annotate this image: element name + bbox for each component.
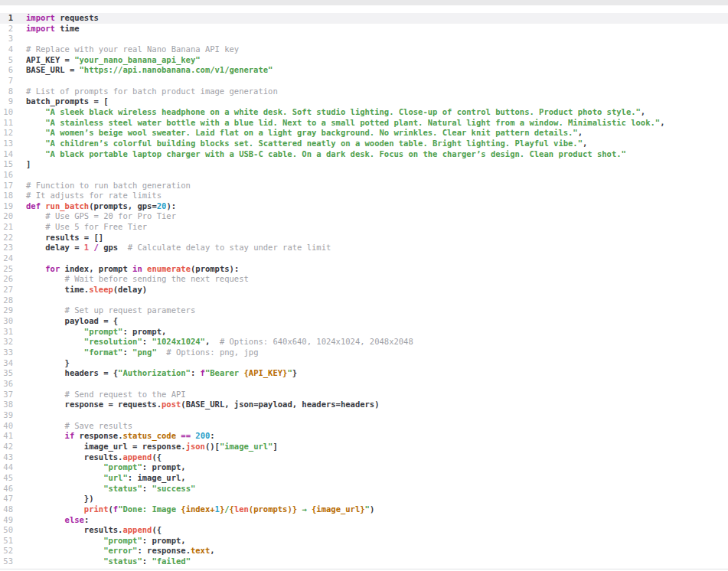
code-line[interactable]: 52 "error": response.text,: [0, 546, 728, 556]
code-line[interactable]: 42 image_url = response.json()["image_ur…: [0, 442, 728, 452]
line-number: 2: [0, 24, 13, 34]
line-number: 3: [0, 34, 13, 44]
code-line[interactable]: 34 }: [0, 358, 728, 369]
code-line[interactable]: 2import time: [0, 24, 728, 34]
line-number: 45: [0, 473, 13, 484]
code-line[interactable]: 8# List of prompts for batch product ima…: [0, 86, 728, 97]
line-number: 12: [0, 128, 13, 139]
code-line[interactable]: 49 else:: [0, 515, 728, 526]
code-text: "status": "success": [13, 484, 195, 494]
line-number: 32: [0, 337, 13, 347]
code-text: # Function to run batch generation: [13, 181, 191, 191]
code-line[interactable]: 50 results.append({: [0, 525, 728, 536]
code-line[interactable]: 12 "A women’s beige wool sweater. Laid f…: [0, 128, 728, 139]
code-line[interactable]: 24: [0, 253, 728, 264]
code-line[interactable]: 40 # Save results: [0, 421, 728, 432]
code-line[interactable]: 29 # Set up request parameters: [0, 305, 728, 316]
code-line[interactable]: 4# Replace with your real Nano Banana AP…: [0, 44, 728, 55]
code-text: }: [13, 358, 70, 369]
code-text: API_KEY = "your_nano_banana_api_key": [13, 55, 201, 66]
line-number: 43: [0, 452, 13, 463]
code-line[interactable]: 5API_KEY = "your_nano_banana_api_key": [0, 55, 728, 66]
code-line[interactable]: 47 }): [0, 494, 728, 504]
code-line[interactable]: 25 for index, prompt in enumerate(prompt…: [0, 264, 728, 275]
code-line[interactable]: 11 "A stainless steel water bottle with …: [0, 118, 728, 129]
code-line[interactable]: 48 print(f"Done: Image {index+1}/{len(pr…: [0, 504, 728, 515]
code-line[interactable]: 36: [0, 379, 728, 390]
code-line[interactable]: 21 # Use 5 for Free Tier: [0, 222, 728, 233]
code-line[interactable]: 13 "A children’s colorful building block…: [0, 139, 728, 149]
code-line[interactable]: 16: [0, 170, 728, 181]
line-number: 51: [0, 536, 13, 547]
line-number: 28: [0, 295, 13, 306]
line-number: 53: [0, 556, 13, 567]
code-line[interactable]: 31 "prompt": prompt,: [0, 327, 728, 338]
line-number: 20: [0, 211, 13, 222]
bottom-divider: [0, 569, 728, 571]
code-text: import time: [13, 24, 80, 34]
code-text: payload = {: [13, 316, 118, 327]
code-line[interactable]: 46 "status": "success": [0, 484, 728, 494]
code-line[interactable]: 10 "A sleek black wireless headphone on …: [0, 107, 728, 118]
code-text: ]: [13, 159, 31, 170]
code-text: # Send request to the API: [13, 390, 186, 400]
code-text: [13, 170, 26, 181]
code-line[interactable]: 53 "status": "failed": [0, 556, 728, 567]
code-line[interactable]: 35 headers = {"Authorization": f"Bearer …: [0, 368, 728, 379]
code-text: if response.status_code == 200:: [13, 431, 215, 442]
line-number: 35: [0, 368, 13, 379]
code-line[interactable]: 20 # Use GPS = 20 for Pro Tier: [0, 211, 728, 222]
code-line[interactable]: 18# It adjusts for rate limits: [0, 191, 728, 201]
code-line[interactable]: 7: [0, 76, 728, 86]
code-line[interactable]: 6BASE_URL = "https://api.nanobanana.com/…: [0, 65, 728, 76]
code-line[interactable]: 26 # Wait before sending the next reques…: [0, 274, 728, 285]
line-number: 1: [0, 13, 13, 24]
line-number: 30: [0, 316, 13, 327]
line-number: 41: [0, 431, 13, 442]
code-line[interactable]: 43 results.append({: [0, 452, 728, 463]
code-text: [13, 34, 26, 44]
line-number: 40: [0, 421, 13, 432]
line-number: 44: [0, 462, 13, 473]
code-line[interactable]: 28: [0, 295, 728, 306]
code-line[interactable]: 38 response = requests.post(BASE_URL, js…: [0, 400, 728, 410]
code-line[interactable]: 41 if response.status_code == 200:: [0, 431, 728, 442]
code-line[interactable]: 17# Function to run batch generation: [0, 181, 728, 191]
line-number: 22: [0, 233, 13, 243]
code-text: import requests: [13, 13, 99, 24]
line-number: 49: [0, 515, 13, 526]
code-line[interactable]: 1import requests: [0, 13, 728, 24]
line-number: 10: [0, 107, 13, 118]
code-line[interactable]: 45 "url": image_url,: [0, 473, 728, 484]
code-line[interactable]: 19def run_batch(prompts, gps=20):: [0, 201, 728, 212]
code-line[interactable]: 9batch_prompts = [: [0, 96, 728, 107]
code-line[interactable]: 51 "prompt": prompt,: [0, 536, 728, 547]
line-number: 50: [0, 525, 13, 536]
code-line[interactable]: 39: [0, 410, 728, 421]
line-number: 38: [0, 400, 13, 410]
line-number: 36: [0, 379, 13, 390]
code-text: batch_prompts = [: [13, 96, 108, 107]
code-line[interactable]: 44 "prompt": prompt,: [0, 462, 728, 473]
code-text: # It adjusts for rate limits: [13, 191, 162, 201]
code-line[interactable]: 14 "A black portable laptop charger with…: [0, 149, 728, 160]
code-line[interactable]: 30 payload = {: [0, 316, 728, 327]
code-text: "A stainless steel water bottle with a b…: [13, 118, 664, 129]
line-number: 11: [0, 118, 13, 129]
code-text: "format": "png" # Options: png, jpg: [13, 347, 258, 358]
code-line[interactable]: 15]: [0, 159, 728, 170]
line-number: 9: [0, 96, 13, 107]
code-line[interactable]: 22 results = []: [0, 233, 728, 243]
code-view[interactable]: 1import requests2import time34# Replace …: [0, 5, 728, 567]
code-line[interactable]: 32 "resolution": "1024x1024", # Options:…: [0, 337, 728, 347]
code-line[interactable]: 3: [0, 34, 728, 44]
line-number: 42: [0, 442, 13, 452]
code-line[interactable]: 23 delay = 1 / gps # Calculate delay to …: [0, 243, 728, 253]
code-line[interactable]: 33 "format": "png" # Options: png, jpg: [0, 347, 728, 358]
line-number: 23: [0, 243, 13, 253]
line-number: 34: [0, 358, 13, 369]
line-number: 29: [0, 305, 13, 316]
code-line[interactable]: 37 # Send request to the API: [0, 390, 728, 400]
code-text: else:: [13, 515, 89, 526]
code-line[interactable]: 27 time.sleep(delay): [0, 285, 728, 295]
